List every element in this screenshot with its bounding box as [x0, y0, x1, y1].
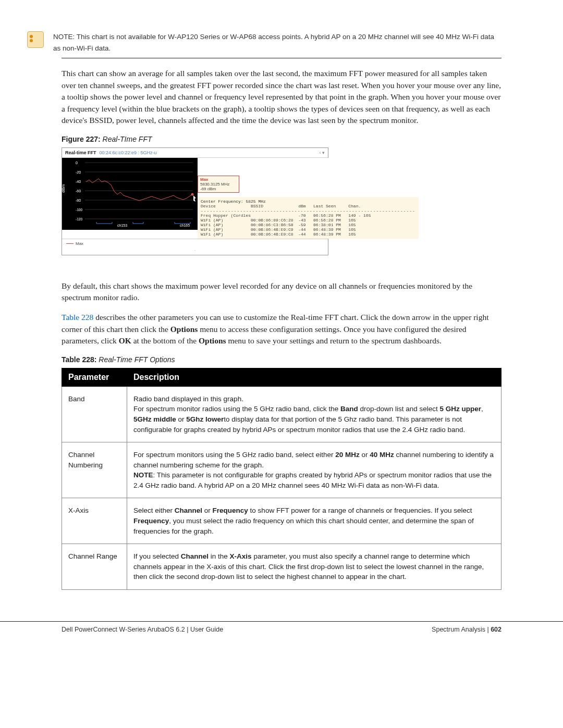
table-label: Table 228: — [62, 355, 96, 364]
table-link[interactable]: Table 228 — [62, 313, 93, 322]
device-row: WiFi (AP) 00:0B:86:4B:E9:C9 -44 06:48:39… — [201, 227, 415, 232]
footer-product: Dell PowerConnect W-Series ArubaOS 6.2 — [62, 626, 187, 633]
page-footer: Dell PowerConnect W-Series ArubaOS 6.2 |… — [0, 621, 563, 633]
table-row: Channel RangeIf you selected Channel in … — [62, 544, 501, 590]
desc-cell: Select either Channel or Frequency to sh… — [127, 498, 501, 544]
param-cell: Channel Range — [62, 544, 127, 590]
tooltip-freq: 5830.3125 MHz — [200, 182, 237, 187]
note-text: NOTE: This chart is not available for W-… — [53, 31, 501, 54]
device-row: WiFi (AP) 00:0B:86:C3:B6:50 -59 06:38:01… — [201, 223, 415, 227]
svg-text:ch153: ch153 — [117, 224, 127, 227]
param-cell: Band — [62, 386, 127, 442]
fft-chart: Real-time FFT Real-time FFT 00:24:6c:c0:… — [62, 147, 328, 255]
svg-text:-80: -80 — [76, 199, 81, 202]
options-table: Parameter Description BandRadio band dis… — [62, 368, 501, 590]
device-row: WiFi (AP) 00:0B:86:4B:E9:C8 -44 06:48:39… — [201, 232, 415, 237]
table-row: Channel NumberingFor spectrum monitors u… — [62, 442, 501, 498]
body-para-2: By default, this chart shows the maximum… — [62, 280, 501, 304]
chart-svg: 0 -20 -40 -60 -80 -100 -120 — [76, 160, 195, 228]
device-tooltip-table: Center Frequency: 5825 MHz Device BSSID … — [198, 197, 419, 239]
svg-text:-40: -40 — [76, 180, 81, 183]
body-para-3: Table 228 describes the other parameters… — [62, 312, 501, 347]
chart-legend: Max · — [62, 239, 328, 255]
tooltip-label: Max — [200, 177, 237, 182]
device-row: Freq Hopper (Cordles -70 06:56:28 PM 149… — [201, 213, 415, 218]
param-cell: X-Axis — [62, 498, 127, 544]
svg-text:0: 0 — [76, 161, 78, 165]
table-row: X-AxisSelect either Channel or Frequency… — [62, 498, 501, 544]
desc-cell: For spectrum monitors using the 5 GHz ra… — [127, 442, 501, 498]
desc-cell: If you selected Channel in the X-Axis pa… — [127, 544, 501, 590]
table-title: Real-Time FFT Options — [99, 355, 175, 364]
max-tooltip: Max 5830.3125 MHz -69 dBm — [198, 176, 239, 193]
figure-caption: Figure 227: Real-TIme FFT — [62, 135, 501, 143]
table-caption: Table 228: Real-Time FFT Options — [62, 355, 501, 364]
desc-cell: Radio band displayed in this graph.For s… — [127, 386, 501, 442]
figure-title: Real-TIme FFT — [103, 135, 152, 143]
legend-label: Max — [76, 241, 83, 246]
col-parameter: Parameter — [62, 368, 127, 386]
chart-plot-area: dBm 0 — [62, 158, 198, 230]
y-axis-label: dBm — [61, 184, 66, 192]
page-number: 602 — [491, 626, 501, 633]
note-icon — [27, 31, 44, 48]
body-para-1: This chart can show an average for all s… — [62, 68, 501, 126]
svg-text:ch165: ch165 — [180, 224, 190, 227]
col-description: Description — [127, 368, 501, 386]
footer-section: Spectrum Analysis — [432, 626, 487, 633]
svg-rect-0 — [76, 160, 195, 228]
note-block: NOTE: This chart is not available for W-… — [62, 31, 501, 54]
divider — [62, 58, 501, 58]
table-row: BandRadio band displayed in this graph.F… — [62, 386, 501, 442]
svg-text:-120: -120 — [76, 217, 82, 221]
device-row: WiFi (AP) 00:0B:86:89:C6:28 -43 06:56:28… — [201, 218, 415, 223]
figure-label: Figure 227: — [62, 135, 101, 143]
chart-titlebar: Real-time FFT Real-time FFT 00:24:6c:c0:… — [62, 148, 328, 158]
param-cell: Channel Numbering — [62, 442, 127, 498]
svg-text:-20: -20 — [76, 170, 81, 174]
svg-point-17 — [191, 193, 194, 195]
tooltip-power: -69 dBm — [200, 187, 237, 191]
center-freq: Center Frequency: 5825 MHz — [201, 199, 415, 204]
svg-text:-100: -100 — [76, 208, 82, 212]
svg-text:-60: -60 — [76, 189, 81, 193]
